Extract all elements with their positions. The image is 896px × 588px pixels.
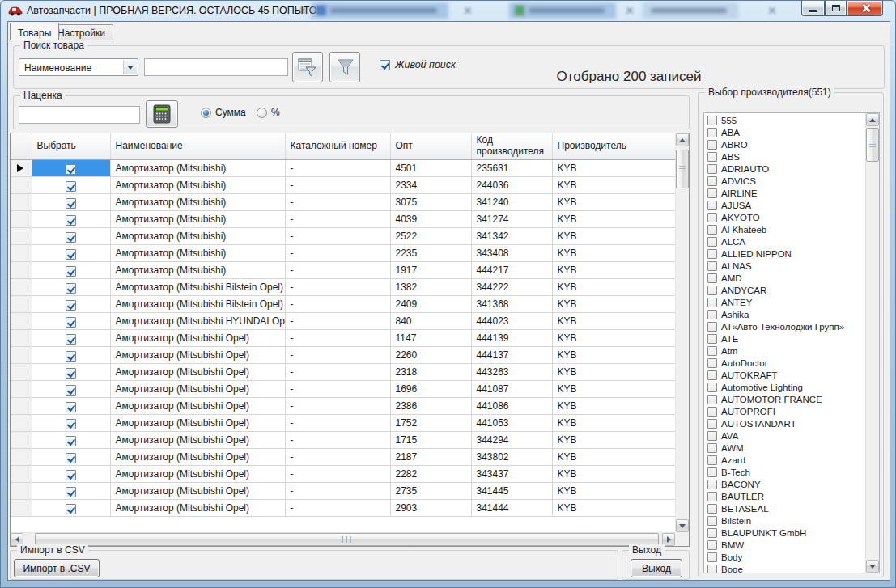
cell-code[interactable]: 341368: [471, 295, 552, 312]
grid-vertical-scrollbar[interactable]: [675, 133, 689, 532]
cell-opt[interactable]: 2386: [390, 397, 471, 414]
manufacturer-item[interactable]: ADRIAUTO: [704, 163, 865, 175]
row-selector-cell[interactable]: [11, 465, 32, 482]
manufacturer-item[interactable]: B-Tech: [704, 466, 865, 478]
manufacturer-item[interactable]: Bilstein: [704, 514, 865, 527]
table-row[interactable]: Амортизатор (Mitsubishi) - 2522 341342 K…: [11, 227, 677, 244]
cell-catalog[interactable]: -: [285, 329, 390, 346]
cell-opt[interactable]: 1696: [390, 380, 471, 397]
cell-catalog[interactable]: -: [285, 363, 390, 380]
cell-opt[interactable]: 2903: [390, 499, 471, 516]
manufacturer-item[interactable]: AutoDoctor: [704, 357, 865, 369]
cell-catalog[interactable]: -: [285, 380, 390, 397]
manufacturer-checkbox[interactable]: [707, 516, 717, 526]
cell-code[interactable]: 344294: [471, 431, 552, 448]
manufacturer-checkbox[interactable]: [707, 467, 717, 477]
row-checkbox[interactable]: [66, 504, 76, 514]
cell-name[interactable]: Амортизатор (Mitsubishi Opel): [110, 431, 285, 448]
cell-name[interactable]: Амортизатор (Mitsubishi Opel): [110, 346, 285, 363]
table-row[interactable]: Амортизатор (Mitsubishi) - 4501 235631 K…: [11, 159, 677, 176]
cell-code[interactable]: 344222: [471, 278, 552, 295]
manufacturer-checkbox[interactable]: [707, 140, 717, 150]
cell-catalog[interactable]: -: [285, 176, 390, 193]
cell-maker[interactable]: KYB: [552, 363, 677, 380]
cell-code[interactable]: 235631: [471, 159, 552, 176]
row-checkbox[interactable]: [66, 487, 76, 497]
cell-catalog[interactable]: -: [285, 414, 390, 431]
row-select-cell[interactable]: [32, 448, 110, 465]
cell-opt[interactable]: 1715: [390, 431, 471, 448]
cell-code[interactable]: 341342: [471, 227, 552, 244]
manufacturer-checkbox[interactable]: [707, 346, 717, 356]
row-checkbox[interactable]: [66, 215, 76, 226]
manufacturer-checkbox[interactable]: [707, 310, 717, 319]
manufacturer-checkbox[interactable]: [707, 176, 717, 186]
cell-code[interactable]: 343408: [471, 244, 552, 261]
cell-name[interactable]: Амортизатор (Mitsubishi Opel): [110, 397, 285, 414]
manufacturer-checkbox[interactable]: [707, 540, 717, 550]
cell-maker[interactable]: KYB: [552, 346, 677, 363]
manufacturer-checkbox[interactable]: [707, 201, 717, 210]
cell-code[interactable]: 444139: [471, 329, 552, 346]
row-checkbox[interactable]: [66, 283, 76, 294]
table-row[interactable]: Амортизатор (Mitsubishi Opel) - 1696 441…: [11, 380, 677, 397]
manufacturer-checkbox[interactable]: [707, 188, 717, 198]
scroll-up-button[interactable]: [676, 133, 689, 146]
cell-maker[interactable]: KYB: [552, 380, 677, 397]
titlebar[interactable]: Автозапчасти | ПРОБНАЯ ВЕРСИЯ. ОСТАЛОСЬ …: [1, 1, 895, 21]
row-checkbox[interactable]: [66, 419, 76, 429]
row-checkbox[interactable]: [66, 164, 76, 175]
cell-opt[interactable]: 1752: [390, 414, 471, 431]
manufacturer-item[interactable]: AUTOMOTOR FRANCE: [704, 393, 865, 405]
cell-code[interactable]: 441086: [471, 397, 552, 414]
cell-opt[interactable]: 2522: [390, 227, 471, 244]
row-select-cell[interactable]: [32, 244, 110, 261]
cell-name[interactable]: Амортизатор (Mitsubishi Opel): [110, 380, 285, 397]
manufacturer-item[interactable]: AUTOSTANDART: [704, 417, 865, 429]
manufacturer-item[interactable]: АТ«Авто Технолоджи Групп»: [704, 320, 865, 332]
row-checkbox[interactable]: [66, 266, 76, 277]
manufacturer-item[interactable]: AMD: [704, 272, 865, 284]
manufacturer-item[interactable]: Automotive Lighting: [704, 381, 865, 393]
manufacturer-item[interactable]: BETASEAL: [704, 502, 865, 514]
column-header-name[interactable]: Наименование: [110, 133, 285, 159]
column-header-opt[interactable]: Опт: [390, 133, 471, 159]
cell-maker[interactable]: KYB: [552, 482, 677, 499]
manufacturer-checkbox[interactable]: [707, 152, 717, 162]
live-search-checkbox[interactable]: [380, 60, 390, 70]
row-checkbox[interactable]: [66, 470, 76, 480]
cell-maker[interactable]: KYB: [552, 261, 677, 278]
manufacturer-item[interactable]: ADVICS: [704, 175, 865, 187]
cell-name[interactable]: Амортизатор (Mitsubishi Opel): [110, 414, 285, 431]
cell-maker[interactable]: KYB: [552, 465, 677, 482]
table-row[interactable]: Амортизатор (Mitsubishi) - 3075 341240 K…: [11, 193, 677, 210]
cell-catalog[interactable]: -: [285, 482, 390, 499]
row-selector-cell[interactable]: [11, 176, 32, 193]
manufacturer-checkbox[interactable]: [707, 383, 717, 392]
manufacturer-item[interactable]: ATE: [704, 332, 865, 345]
row-select-cell[interactable]: [32, 499, 110, 516]
column-header-code[interactable]: Код производителя: [471, 133, 552, 159]
table-row[interactable]: Амортизатор (Mitsubishi Bilstein Opel) -…: [11, 278, 677, 295]
row-header-column[interactable]: [11, 133, 32, 159]
cell-maker[interactable]: KYB: [552, 329, 677, 346]
cell-catalog[interactable]: -: [285, 159, 390, 176]
cell-name[interactable]: Амортизатор (Mitsubishi Opel): [110, 499, 285, 516]
calculator-button[interactable]: [146, 100, 178, 128]
cell-opt[interactable]: 2260: [390, 346, 471, 363]
radio-sum[interactable]: Сумма: [201, 107, 246, 118]
cell-maker[interactable]: KYB: [552, 210, 677, 227]
manufacturer-checkbox[interactable]: [707, 552, 717, 562]
manufacturer-checkbox[interactable]: [707, 455, 717, 465]
cell-code[interactable]: 343437: [471, 465, 552, 482]
cell-name[interactable]: Амортизатор (Mitsubishi Opel): [110, 329, 285, 346]
row-select-cell[interactable]: [32, 176, 110, 193]
row-selector-cell[interactable]: [11, 227, 32, 244]
cell-code[interactable]: 444137: [471, 346, 552, 363]
row-selector-cell[interactable]: [11, 159, 32, 176]
manufacturer-checkbox[interactable]: [707, 286, 717, 295]
grid-vscroll-thumb[interactable]: [676, 150, 689, 188]
cell-catalog[interactable]: -: [285, 244, 390, 261]
row-select-cell[interactable]: [32, 397, 110, 414]
manufacturer-item[interactable]: Al Khateeb: [704, 223, 865, 235]
